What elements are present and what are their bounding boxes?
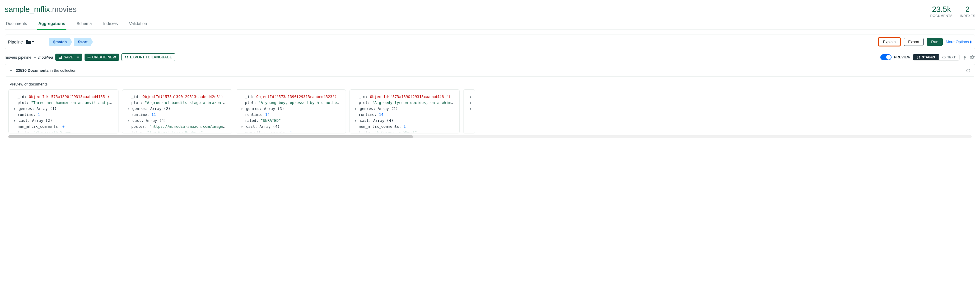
stage-chip-sort[interactable]: $sort bbox=[74, 38, 93, 46]
segment-stages[interactable]: STAGES bbox=[913, 54, 938, 60]
stat-indexes-label: INDEXES bbox=[960, 14, 975, 18]
expand-icon[interactable]: ▸ bbox=[13, 118, 16, 124]
plus-icon bbox=[88, 56, 91, 59]
pipeline-name: movies pipeline bbox=[5, 55, 32, 59]
modified-label: modified bbox=[38, 55, 53, 59]
document-card: _id: ObjectId('573a1390f29313caabcd4323'… bbox=[236, 89, 346, 133]
preview-title: Preview of documents bbox=[7, 79, 973, 89]
segment-text[interactable]: TEXT bbox=[939, 54, 959, 60]
tab-documents[interactable]: Documents bbox=[5, 21, 28, 29]
document-card: _id: ObjectId('573a1390f29313caabcd446f'… bbox=[350, 89, 460, 133]
caret-down-icon bbox=[32, 41, 34, 43]
expand-icon[interactable]: ▸ bbox=[469, 106, 473, 112]
preview-toggle[interactable] bbox=[880, 54, 892, 60]
expand-icon[interactable]: ▸ bbox=[355, 118, 358, 124]
stat-indexes[interactable]: 2 INDEXES bbox=[960, 5, 975, 18]
document-scroll: _id: ObjectId('573a1390f29313caabcd4135'… bbox=[7, 89, 973, 133]
expand-icon[interactable]: ▸ bbox=[241, 106, 244, 112]
stage-chip-match[interactable]: $match bbox=[49, 38, 72, 46]
tab-aggregations[interactable]: Aggregations bbox=[37, 21, 66, 30]
folder-icon[interactable] bbox=[26, 40, 34, 44]
tab-indexes[interactable]: Indexes bbox=[102, 21, 119, 29]
expand-icon[interactable]: ▸ bbox=[13, 106, 16, 112]
stat-documents-label: DOCUMENTS bbox=[930, 14, 953, 18]
gear-icon[interactable] bbox=[970, 54, 975, 61]
run-button[interactable]: Run bbox=[927, 38, 943, 46]
document-card: _id: ObjectId('573a1390f29313caabcd4135'… bbox=[8, 89, 118, 133]
tab-validation[interactable]: Validation bbox=[128, 21, 148, 29]
create-new-button[interactable]: CREATE NEW bbox=[84, 54, 119, 61]
coll-name: .movies bbox=[50, 5, 77, 14]
stat-indexes-value: 2 bbox=[960, 5, 975, 14]
code-icon bbox=[942, 56, 946, 59]
expand-icon[interactable]: ▸ bbox=[127, 106, 130, 112]
document-card: ▸ ▸ ▸ bbox=[463, 89, 475, 133]
document-card: _id: ObjectId('573a1390f29313caabcd42e8'… bbox=[122, 89, 232, 133]
save-button[interactable]: SAVE bbox=[56, 54, 82, 61]
chevron-right-icon bbox=[970, 40, 972, 43]
save-icon bbox=[58, 55, 62, 59]
preview-label: PREVIEW bbox=[894, 55, 910, 59]
braces-icon bbox=[916, 56, 920, 59]
collection-count: 23530 Documents in the collection bbox=[16, 68, 76, 73]
expand-icon[interactable]: ▸ bbox=[469, 94, 473, 100]
chevron-down-icon[interactable] bbox=[9, 68, 13, 73]
horizontal-scrollbar[interactable] bbox=[8, 135, 972, 138]
breadcrumb: sample_mflix.movies bbox=[5, 5, 76, 14]
refresh-icon[interactable] bbox=[966, 67, 971, 73]
expand-icon[interactable]: ▸ bbox=[355, 106, 358, 112]
code-icon bbox=[125, 56, 128, 59]
more-options-link[interactable]: More Options bbox=[946, 40, 972, 44]
pipeline-label: Pipeline bbox=[8, 40, 23, 45]
tab-schema[interactable]: Schema bbox=[75, 21, 93, 29]
export-to-language-button[interactable]: EXPORT TO LANGUAGE bbox=[121, 53, 175, 61]
expand-icon[interactable]: ▸ bbox=[241, 124, 244, 129]
export-button[interactable]: Export bbox=[904, 38, 924, 46]
db-name: sample_mflix bbox=[5, 5, 50, 14]
expand-icon[interactable]: ▸ bbox=[127, 118, 130, 124]
pin-icon[interactable] bbox=[962, 54, 967, 60]
stat-documents-value: 23.5k bbox=[930, 5, 953, 14]
expand-icon[interactable]: ▸ bbox=[469, 100, 473, 106]
explain-button[interactable]: Explain bbox=[878, 37, 901, 46]
stat-documents[interactable]: 23.5k DOCUMENTS bbox=[930, 5, 953, 18]
